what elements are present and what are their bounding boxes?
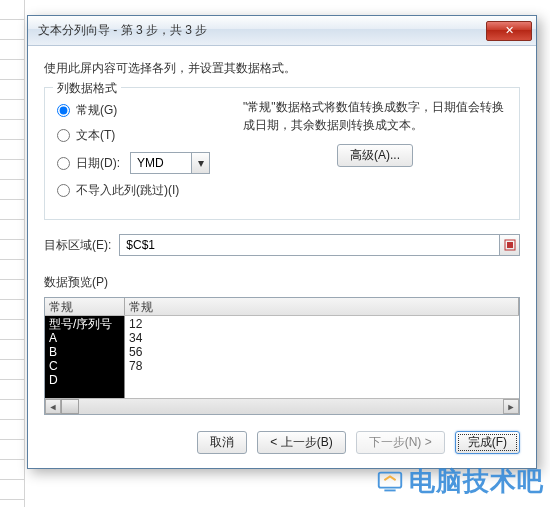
preview-col1[interactable]: 型号/序列号 A B C D (45, 316, 125, 398)
cell: 56 (129, 345, 515, 359)
radio-general-input[interactable] (57, 104, 70, 117)
preview-col2-header[interactable]: 常规 (125, 298, 519, 315)
scroll-track[interactable] (61, 399, 503, 414)
triangle-right-icon: ► (507, 402, 516, 412)
scroll-right-button[interactable]: ► (503, 399, 519, 414)
close-icon: ✕ (505, 24, 514, 37)
finish-button[interactable]: 完成(F) (455, 431, 520, 454)
range-selector-icon (504, 239, 516, 251)
watermark-icon (375, 467, 405, 497)
destination-input[interactable] (120, 235, 499, 255)
cell: 34 (129, 331, 515, 345)
back-button-label: < 上一步(B) (270, 434, 332, 451)
group-legend: 列数据格式 (53, 80, 121, 97)
text-to-columns-wizard-dialog: 文本分列向导 - 第 3 步，共 3 步 ✕ 使用此屏内容可选择各列，并设置其数… (27, 15, 537, 469)
radio-text[interactable]: 文本(T) (57, 127, 227, 144)
titlebar[interactable]: 文本分列向导 - 第 3 步，共 3 步 ✕ (28, 16, 536, 46)
next-button: 下一步(N) > (356, 431, 445, 454)
format-description: "常规"数据格式将数值转换成数字，日期值会转换成日期，其余数据则转换成文本。 (243, 98, 507, 134)
advanced-button-label: 高级(A)... (350, 147, 400, 164)
dialog-footer: 取消 < 上一步(B) 下一步(N) > 完成(F) (44, 431, 520, 454)
cancel-button-label: 取消 (210, 434, 234, 451)
radio-general[interactable]: 常规(G) (57, 102, 227, 119)
cell: 型号/序列号 (49, 317, 120, 331)
date-format-select[interactable]: ▾ (130, 152, 210, 174)
destination-label: 目标区域(E): (44, 237, 111, 254)
close-button[interactable]: ✕ (486, 21, 532, 41)
scroll-thumb[interactable] (61, 399, 79, 414)
watermark-text: 电脑技术吧 (409, 464, 544, 499)
radio-skip-input[interactable] (57, 184, 70, 197)
cell: A (49, 331, 120, 345)
preview-col1-header[interactable]: 常规 (45, 298, 125, 315)
preview-col2[interactable]: 12 34 56 78 (125, 316, 519, 398)
date-format-value[interactable] (131, 153, 191, 173)
destination-input-wrap (119, 234, 520, 256)
triangle-left-icon: ◄ (49, 402, 58, 412)
preview-scrollbar[interactable]: ◄ ► (45, 398, 519, 414)
advanced-button[interactable]: 高级(A)... (337, 144, 413, 167)
radio-skip[interactable]: 不导入此列(跳过)(I) (57, 182, 227, 199)
data-preview: 常规 常规 型号/序列号 A B C D 12 34 56 78 (44, 297, 520, 415)
cell: B (49, 345, 120, 359)
svg-rect-1 (507, 242, 513, 248)
scroll-left-button[interactable]: ◄ (45, 399, 61, 414)
radio-date-input[interactable] (57, 157, 70, 170)
svg-rect-2 (379, 472, 402, 487)
svg-rect-3 (384, 489, 395, 491)
cancel-button[interactable]: 取消 (197, 431, 247, 454)
column-format-group: 列数据格式 常规(G) 文本(T) 日期(D): (44, 87, 520, 220)
preview-grid: 型号/序列号 A B C D 12 34 56 78 (45, 316, 519, 398)
instruction-text: 使用此屏内容可选择各列，并设置其数据格式。 (44, 60, 520, 77)
radio-skip-label: 不导入此列(跳过)(I) (76, 182, 179, 199)
cell: 12 (129, 317, 515, 331)
next-button-label: 下一步(N) > (369, 434, 432, 451)
radio-text-label: 文本(T) (76, 127, 115, 144)
finish-button-label: 完成(F) (468, 434, 507, 451)
radio-date-label: 日期(D): (76, 155, 120, 172)
dropdown-button[interactable]: ▾ (191, 153, 209, 173)
window-title: 文本分列向导 - 第 3 步，共 3 步 (38, 22, 486, 39)
chevron-down-icon: ▾ (198, 156, 204, 170)
cell: C (49, 359, 120, 373)
back-button[interactable]: < 上一步(B) (257, 431, 345, 454)
range-selector-button[interactable] (499, 235, 519, 255)
cell: D (49, 373, 120, 387)
watermark: 电脑技术吧 (375, 464, 544, 499)
spreadsheet-gutter (0, 0, 25, 507)
radio-text-input[interactable] (57, 129, 70, 142)
radio-general-label: 常规(G) (76, 102, 117, 119)
cell: 78 (129, 359, 515, 373)
preview-label: 数据预览(P) (44, 274, 520, 291)
preview-header: 常规 常规 (45, 298, 519, 316)
radio-date[interactable]: 日期(D): ▾ (57, 152, 227, 174)
